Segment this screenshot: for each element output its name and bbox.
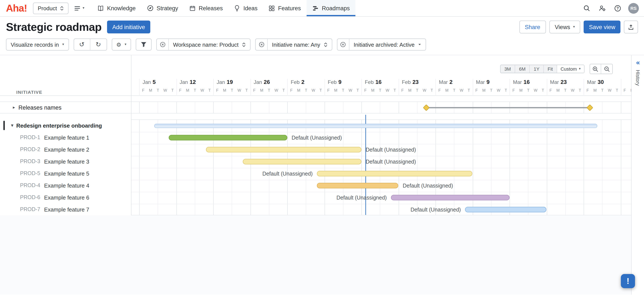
day-letter: F (362, 88, 369, 92)
grid-line (139, 120, 140, 215)
day-letter: M (369, 88, 376, 92)
milestone-start-diamond[interactable] (423, 104, 430, 111)
nav-tab-features[interactable]: Features (263, 0, 306, 16)
product-workspace-selector[interactable]: Product (33, 2, 68, 14)
week-month: Feb (402, 79, 411, 85)
zoom-in-button[interactable] (590, 64, 601, 74)
export-button[interactable] (624, 20, 638, 34)
remove-filter-button[interactable] (338, 39, 350, 50)
nav-menu-button[interactable]: ▾ (70, 2, 88, 14)
day-letters-row: FMTWT (584, 88, 621, 92)
zoom-preset-6m[interactable]: 6M (515, 65, 530, 73)
chevron-down-icon[interactable]: ▾ (11, 123, 13, 128)
settings-dropdown-button[interactable]: ⚙ ▾ (112, 38, 131, 50)
nav-tab-label: Ideas (244, 5, 258, 11)
nav-tab-strategy[interactable]: Strategy (141, 0, 184, 16)
filter-chip: Initiative name: Any (255, 38, 332, 50)
grid-line (380, 102, 380, 113)
remove-filter-button[interactable] (157, 39, 169, 50)
initiative-row[interactable]: ▾ Redesign enterprise onboarding (0, 120, 130, 132)
feature-row[interactable]: PROD-6Example feature 6 (0, 192, 130, 203)
feature-bar[interactable] (465, 207, 546, 212)
account-settings-button[interactable] (596, 2, 608, 14)
svg-text:?: ? (616, 6, 619, 10)
day-letter: M (480, 88, 488, 92)
nav-tab-label: Roadmaps (322, 5, 350, 11)
day-letter: T (169, 88, 176, 92)
collapse-history-icon[interactable]: « (636, 59, 640, 66)
feature-id: PROD-2 (13, 146, 40, 152)
feature-row[interactable]: PROD-1Example feature 1 (0, 132, 130, 144)
day-letter: W (236, 88, 243, 92)
gantt-region: Jan5FMTWTJan12FMTWTJan19FMTWTJan26FMTWTF… (0, 55, 644, 294)
nav-tab-knowledge[interactable]: Knowledge (92, 0, 141, 16)
feature-bar[interactable] (169, 135, 287, 140)
week-day: 23 (412, 79, 418, 85)
releases-group-row[interactable]: ▸ Releases names (0, 102, 130, 114)
nav-tab-ideas[interactable]: Ideas (228, 0, 263, 16)
feature-name: Example feature 4 (44, 182, 89, 188)
chevron-right-icon[interactable]: ▸ (13, 105, 15, 110)
hamburger-icon (74, 5, 80, 11)
assignee-label: Default (Unassigned) (366, 156, 416, 168)
grid-line (602, 120, 603, 215)
filter-chip-button[interactable]: Initiative archived: Active (350, 39, 426, 50)
nav-tab-label: Strategy (157, 5, 178, 11)
zoom-out-button[interactable] (601, 64, 612, 74)
aha-logo[interactable]: Aha! (6, 2, 27, 14)
filter-button[interactable] (136, 38, 152, 50)
feature-row[interactable]: PROD-2Example feature 2 (0, 144, 130, 156)
feature-bar[interactable] (391, 195, 510, 200)
feature-row[interactable]: PROD-7Example feature 7 (0, 203, 130, 215)
remove-filter-button[interactable] (256, 39, 268, 50)
alert-button[interactable]: ! (621, 274, 635, 288)
feature-bar[interactable] (243, 159, 362, 164)
zoom-preset-1y[interactable]: 1Y (530, 65, 544, 73)
views-button[interactable]: Views ▾ (549, 20, 580, 34)
week-header-cell: Jan5FMTWT (139, 79, 176, 96)
filter-chip-button[interactable]: Initiative name: Any (268, 39, 332, 50)
zoom-preset-3m[interactable]: 3M (500, 65, 515, 73)
row-divider (132, 180, 631, 180)
page-header: Strategic roadmap Add initiative Share V… (0, 17, 644, 37)
feature-bar[interactable] (317, 183, 398, 188)
nav-tab-releases[interactable]: Releases (184, 0, 228, 16)
feature-row[interactable]: PROD-4Example feature 4 (0, 180, 130, 192)
grid-line (213, 120, 214, 215)
help-button[interactable]: ? (611, 2, 624, 14)
visualize-records-button[interactable]: Visualize records in ▾ (6, 38, 69, 50)
filter-chip-button[interactable]: Workspace name: Product (169, 39, 250, 50)
share-button[interactable]: Share (519, 20, 546, 34)
week-header-cell: Mar23FMTWT (546, 79, 584, 96)
undo-button[interactable]: ↺ (74, 39, 90, 50)
user-avatar[interactable]: RS (628, 3, 639, 14)
history-label[interactable]: History (635, 70, 641, 86)
initiative-bar[interactable] (154, 124, 597, 128)
feature-name: Example feature 2 (44, 146, 89, 153)
save-view-button[interactable]: Save view (584, 20, 620, 34)
add-initiative-button[interactable]: Add initiative (107, 20, 150, 34)
search-icon (583, 4, 590, 12)
feature-bar[interactable] (317, 171, 472, 176)
day-letter: M (591, 88, 598, 92)
day-letter: W (384, 88, 391, 92)
zoom-custom-dropdown[interactable]: Custom ▾ (557, 65, 584, 73)
redo-button[interactable]: ↻ (90, 39, 106, 50)
calendar-icon (189, 5, 196, 11)
zoom-preset-group: 3M6M1YFit Custom ▾ (500, 65, 584, 73)
search-button[interactable] (580, 2, 593, 14)
day-letters-row: FMTWT (547, 88, 584, 92)
feature-row[interactable]: PROD-3Example feature 3 (0, 156, 130, 168)
feature-id: PROD-3 (13, 158, 40, 164)
feature-id: PROD-5 (13, 170, 40, 176)
caret-down-icon: ▾ (573, 25, 575, 29)
day-letter: T (317, 88, 324, 92)
feature-row[interactable]: PROD-5Example feature 5 (0, 168, 130, 180)
nav-tab-roadmaps[interactable]: Roadmaps (306, 0, 356, 16)
week-header-cell: Jan19FMTWT (213, 79, 250, 96)
nav-tab-label: Releases (199, 5, 223, 11)
grid-line (454, 120, 454, 215)
feature-bar[interactable] (206, 147, 362, 152)
zoom-preset-fit[interactable]: Fit (544, 65, 557, 73)
milestone-end-diamond[interactable] (586, 104, 593, 111)
